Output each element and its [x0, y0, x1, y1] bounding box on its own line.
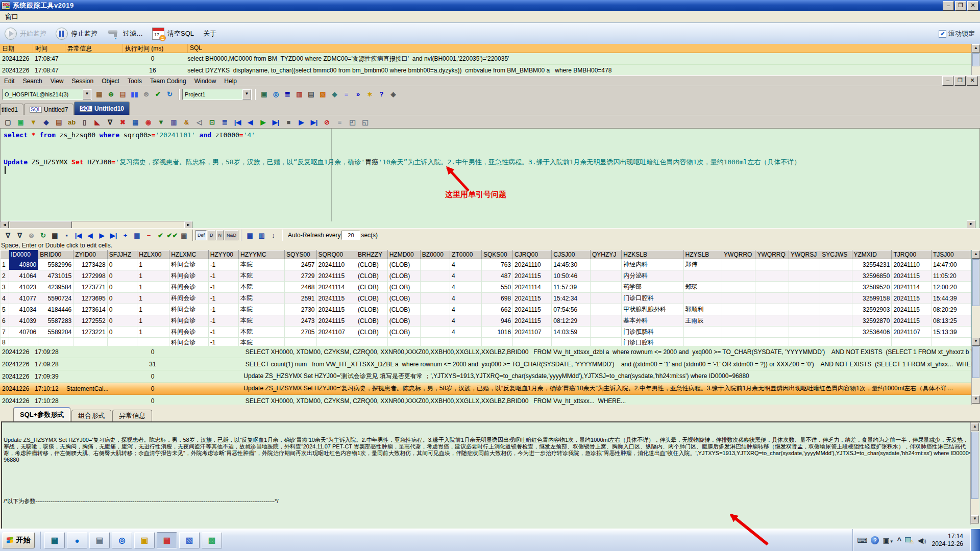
plsql-close-button[interactable]: ✕ — [967, 76, 978, 86]
grid-column-header[interactable]: QYHZYJ — [590, 251, 621, 259]
grid-cell[interactable]: 4 — [1, 293, 9, 304]
grid-cell[interactable]: 2457 — [285, 259, 316, 270]
grid-cell[interactable]: -1 — [208, 327, 238, 338]
grid-cell[interactable]: 1273614 — [74, 304, 107, 315]
pause-icon[interactable]: ▮▮ — [129, 89, 140, 99]
grid-cell[interactable]: 1273221 — [74, 327, 107, 338]
grid-column-header[interactable]: BRID00 — [38, 251, 74, 259]
grid-cell[interactable]: 41034 — [9, 304, 38, 315]
grid-cell[interactable] — [683, 270, 722, 282]
grid-cell[interactable]: 0 — [107, 315, 137, 327]
grid-cell[interactable]: 15:44:39 — [931, 293, 970, 304]
grid-cell[interactable] — [590, 282, 621, 293]
grid-cell[interactable] — [755, 315, 789, 327]
grid-cell[interactable]: 20241115 — [316, 304, 356, 315]
grid-cell[interactable]: 20241110 — [892, 259, 932, 270]
chevron-down-icon[interactable]: ▼ — [242, 89, 251, 99]
grid-cell[interactable] — [722, 304, 755, 315]
grid-cell[interactable]: 11:05:20 — [931, 270, 970, 282]
grid-cell[interactable]: 20241115 — [892, 304, 932, 315]
preferences-icon[interactable]: ◈ — [387, 89, 399, 99]
table-row[interactable]: 3410234239584127377101科间会诊-1本院2468202411… — [1, 282, 980, 293]
detail-scrollbar[interactable]: ▲ ▼ — [970, 422, 979, 524]
minimize-button[interactable]: – — [943, 1, 954, 11]
grid-cell[interactable]: 5590724 — [38, 293, 74, 304]
grid-cell[interactable]: (CLOB) — [387, 259, 420, 270]
no-rollback-icon[interactable]: ⊘ — [321, 117, 333, 127]
grid-cell[interactable] — [683, 293, 722, 304]
grid-cell[interactable]: 32589520 — [852, 282, 892, 293]
filter-clear-icon[interactable]: ✖ — [117, 117, 129, 127]
grid-cell[interactable] — [755, 327, 789, 338]
grid-cell[interactable]: 2468 — [285, 282, 316, 293]
grid-cell[interactable] — [590, 293, 621, 304]
grid-next-icon[interactable]: ▶ — [96, 230, 108, 240]
grid-cell[interactable]: 11:57:39 — [552, 282, 591, 293]
sql-detail-text[interactable]: Update ZS_HZSYMX Set HZYJ00='复习病史，探视患者。陈… — [1, 421, 980, 530]
grid-cell[interactable]: (CLOB) — [356, 293, 388, 304]
grid-default-button[interactable]: Def — [195, 230, 207, 240]
log-row[interactable]: 2024122617:09:390 Update ZS_HZSYMX Set H… — [0, 370, 980, 383]
log-column-header[interactable]: SQL — [188, 44, 980, 53]
table-row[interactable]: 1408005582996127342801科间会诊-1本院2457202411… — [1, 259, 980, 270]
columns-icon[interactable]: ▯ — [79, 117, 90, 127]
grid-cell[interactable] — [820, 293, 852, 304]
grid-cell[interactable]: 4 — [450, 259, 482, 270]
grid-cell[interactable]: 40706 — [9, 327, 38, 338]
grid-column-header[interactable]: CJSJ00 — [552, 251, 591, 259]
grid-cell[interactable]: 41023 — [9, 282, 38, 293]
plsql-menu-edit[interactable]: Edit — [0, 78, 19, 85]
grid-cell[interactable]: 门诊肛肠科 — [622, 327, 683, 338]
grid-cell[interactable]: 20241114 — [316, 282, 356, 293]
grid-cell[interactable]: -1 — [208, 304, 238, 315]
view-list-icon[interactable]: ▤ — [244, 230, 256, 240]
new-file-icon[interactable]: ▢ — [2, 117, 14, 127]
grid-cell[interactable]: 20241115 — [892, 315, 932, 327]
grid-cell[interactable]: 20241115 — [513, 293, 552, 304]
close-button[interactable]: ✕ — [967, 1, 978, 11]
grid-cell[interactable]: 0 — [107, 304, 137, 315]
grid-cell[interactable]: 20241107 — [513, 327, 552, 338]
grid-cell[interactable] — [420, 315, 450, 327]
grid-cell[interactable] — [755, 293, 789, 304]
connection-selector[interactable]: O_HOSPITAL@his214(3) ▼ — [2, 89, 92, 100]
grid-cell[interactable]: (CLOB) — [387, 270, 420, 282]
grid-column-header[interactable]: YWQRRQ — [755, 251, 789, 259]
grid-cell[interactable]: 王雨辰 — [683, 315, 722, 327]
grid-cell[interactable]: 本院 — [238, 315, 284, 327]
about-button[interactable]: 关于 — [199, 24, 221, 43]
grid-postall-icon[interactable]: ✔✔ — [166, 230, 178, 240]
grid-cell[interactable]: -1 — [208, 315, 238, 327]
macro-icon[interactable]: ∗ — [364, 89, 376, 99]
taskbar-button-folder[interactable]: ▣ — [134, 532, 155, 548]
detail-tab[interactable]: 异常信息 — [112, 410, 152, 421]
sql-window-icon[interactable]: ≣ — [282, 89, 293, 99]
grid-column-header[interactable]: HZYSLB — [683, 251, 722, 259]
grid-cell[interactable] — [590, 270, 621, 282]
scrollbar-thumb[interactable] — [971, 432, 978, 499]
grid-cell[interactable]: 41064 — [9, 270, 38, 282]
sound-icon[interactable]: ◁ — [193, 117, 205, 127]
grid-cell[interactable]: 0 — [107, 327, 137, 338]
grid-cell[interactable]: 基本外科 — [622, 315, 683, 327]
taskbar-button-plugin[interactable]: ▧ — [179, 532, 200, 548]
table-row[interactable]: 6410395587283127255201科间会诊-1本院2473202411… — [1, 315, 980, 327]
start-monitor-button[interactable]: 开始监控 — [0, 24, 51, 43]
grid-cell[interactable]: 内分泌科 — [622, 270, 683, 282]
grid-cell[interactable]: (CLOB) — [356, 304, 388, 315]
grid-cell[interactable]: 1 — [137, 270, 169, 282]
grid-cell[interactable]: (CLOB) — [356, 282, 388, 293]
open-icon[interactable]: ▼ — [28, 117, 39, 127]
log-row[interactable]: 2024122617:10:280 SELECT XH0000, XTDM00,… — [0, 395, 980, 405]
grid-last-icon[interactable]: ▶| — [108, 230, 119, 240]
grid-default-button[interactable]: N&D — [225, 230, 238, 240]
grid-cell[interactable]: (CLOB) — [356, 327, 388, 338]
table-row[interactable]: 4410775590724127369501科间会诊-1本院2591202411… — [1, 293, 980, 304]
grid-delete-icon[interactable]: − — [143, 230, 155, 240]
grid-cell[interactable] — [789, 327, 820, 338]
prev-record-icon[interactable]: ◀ — [244, 117, 256, 127]
grid-cell[interactable]: 20241115 — [316, 293, 356, 304]
grid-cell[interactable]: (CLOB) — [356, 259, 388, 270]
grid-column-header[interactable]: TJSJ00 — [931, 251, 970, 259]
grid-column-header[interactable]: BZ0000 — [420, 251, 450, 259]
